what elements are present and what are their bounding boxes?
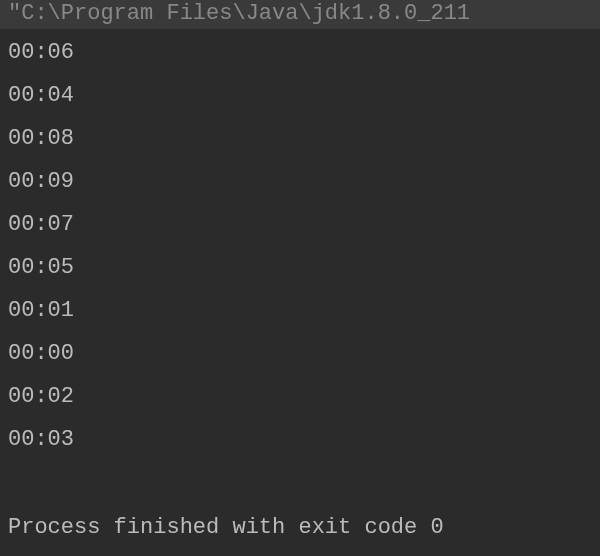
- output-lines-block: 00:06 00:04 00:08 00:09 00:07 00:05 00:0…: [0, 29, 600, 463]
- output-line: 00:00: [8, 332, 592, 375]
- console-output-panel: "C:\Program Files\Java\jdk1.8.0_211 00:0…: [0, 0, 600, 556]
- output-line: 00:02: [8, 375, 592, 418]
- output-line: 00:08: [8, 117, 592, 160]
- command-invocation-line: "C:\Program Files\Java\jdk1.8.0_211: [0, 0, 600, 29]
- blank-line: [0, 463, 600, 506]
- output-line: 00:04: [8, 74, 592, 117]
- process-exit-status: Process finished with exit code 0: [0, 506, 600, 549]
- output-line: 00:09: [8, 160, 592, 203]
- output-line: 00:06: [8, 31, 592, 74]
- output-line: 00:07: [8, 203, 592, 246]
- output-line: 00:01: [8, 289, 592, 332]
- output-line: 00:03: [8, 418, 592, 461]
- output-line: 00:05: [8, 246, 592, 289]
